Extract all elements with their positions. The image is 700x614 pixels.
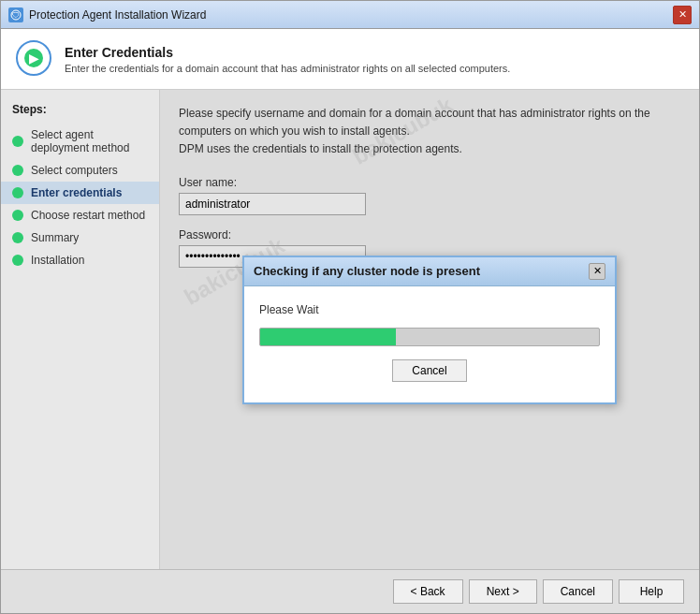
app-icon: 🛡 — [8, 7, 23, 22]
header-banner: ▶ Enter Credentials Enter the credential… — [1, 29, 699, 90]
step-dot-computers — [12, 165, 23, 176]
sidebar-item-credentials[interactable]: Enter credentials — [1, 182, 159, 204]
step-dot-restart — [12, 210, 23, 221]
sidebar-item-computers[interactable]: Select computers — [1, 159, 159, 182]
next-button[interactable]: Next > — [469, 579, 537, 604]
header-title: Enter Credentials — [65, 45, 510, 60]
header-icon-inner: ▶ — [24, 49, 43, 67]
modal-body: Please Wait Cancel — [244, 286, 615, 402]
back-button[interactable]: < Back — [393, 579, 463, 604]
modal-title: Checking if any cluster node is present — [254, 264, 480, 278]
header-icon-container: ▶ — [16, 40, 53, 78]
sidebar-item-summary[interactable]: Summary — [1, 227, 159, 249]
content-area: ▶ Enter Credentials Enter the credential… — [1, 29, 699, 569]
progress-container — [259, 328, 600, 346]
right-panel: bakicubuk bakicubuk bakicubuk Please spe… — [160, 90, 699, 569]
header-icon-outer: ▶ — [16, 40, 51, 76]
title-bar: 🛡 Protection Agent Installation Wizard ✕ — [1, 1, 699, 29]
sidebar-label-credentials: Enter credentials — [31, 186, 122, 199]
sidebar-label-restart: Choose restart method — [31, 209, 145, 222]
sidebar-label-installation: Installation — [31, 254, 84, 267]
header-subtitle: Enter the credentials for a domain accou… — [65, 63, 510, 74]
sidebar-item-installation[interactable]: Installation — [1, 249, 159, 271]
progress-bar — [260, 329, 396, 345]
header-text: Enter Credentials Enter the credentials … — [65, 45, 510, 74]
main-section: Steps: Select agent deployment method Se… — [1, 90, 699, 569]
svg-text:🛡: 🛡 — [12, 11, 20, 20]
step-dot-credentials — [12, 187, 23, 198]
modal-footer: Cancel — [259, 359, 600, 391]
sidebar-label-deployment: Select agent deployment method — [31, 128, 148, 154]
modal-overlay: Checking if any cluster node is present … — [160, 90, 699, 569]
sidebar-item-restart[interactable]: Choose restart method — [1, 204, 159, 227]
step-dot-installation — [12, 255, 23, 266]
modal-title-bar: Checking if any cluster node is present … — [244, 257, 615, 286]
modal-wait-text: Please Wait — [259, 303, 600, 316]
window-title: Protection Agent Installation Wizard — [29, 8, 206, 22]
main-window: 🛡 Protection Agent Installation Wizard ✕… — [0, 0, 700, 614]
footer-bar: < Back Next > Cancel Help — [1, 569, 699, 613]
step-dot-summary — [12, 232, 23, 243]
step-dot-deployment — [12, 136, 23, 147]
modal-cancel-button[interactable]: Cancel — [392, 359, 466, 382]
sidebar-label-summary: Summary — [31, 231, 79, 244]
title-bar-left: 🛡 Protection Agent Installation Wizard — [8, 7, 206, 22]
sidebar-item-deployment[interactable]: Select agent deployment method — [1, 124, 159, 159]
modal-dialog: Checking if any cluster node is present … — [242, 256, 617, 404]
help-button[interactable]: Help — [619, 579, 684, 604]
window-close-button[interactable]: ✕ — [673, 6, 692, 24]
sidebar-label-computers: Select computers — [31, 164, 118, 177]
cancel-button[interactable]: Cancel — [543, 579, 613, 604]
modal-close-button[interactable]: ✕ — [589, 263, 605, 280]
sidebar: Steps: Select agent deployment method Se… — [1, 90, 160, 569]
sidebar-title: Steps: — [1, 99, 159, 124]
